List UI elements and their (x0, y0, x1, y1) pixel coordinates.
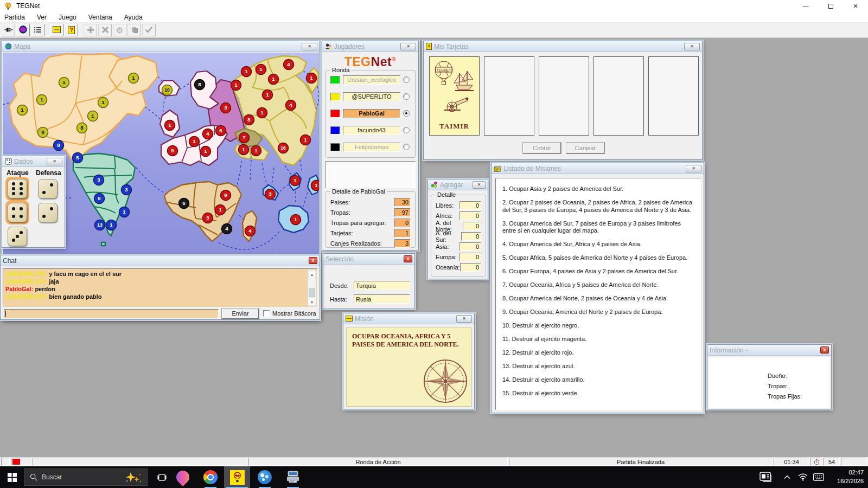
start-button[interactable] (0, 466, 24, 488)
tray-chevron-icon[interactable] (780, 466, 794, 488)
territory-marker-red[interactable]: 1 (189, 137, 200, 147)
territory-marker-red[interactable]: 1 (269, 74, 279, 85)
jugadores-close-button[interactable]: ✕ (400, 43, 416, 50)
chat-close-button[interactable]: x (309, 257, 317, 264)
scroll-thumb[interactable] (309, 288, 315, 297)
mision-titlebar[interactable]: Misión ✕ (343, 313, 474, 324)
toolbar-add-button[interactable] (84, 24, 97, 36)
player-turn-radio[interactable] (403, 127, 410, 133)
menu-item-ayuda[interactable]: Ayuda (124, 14, 143, 21)
territory-marker-red[interactable]: 1 (290, 176, 301, 186)
territory-marker-red[interactable]: 1 (263, 90, 273, 100)
taskbar-app-chrome[interactable] (197, 466, 224, 488)
taskbar-app-paint[interactable] (170, 466, 196, 488)
mapa-titlebar[interactable]: Mapa ✕ (2, 41, 320, 52)
territory-marker-red[interactable]: 8 (244, 115, 254, 125)
chat-scrollbar[interactable]: ▲ ▼ (308, 269, 316, 306)
territory-marker-yellow[interactable]: 1 (37, 95, 47, 105)
territory-marker-red[interactable]: 1 (291, 215, 301, 225)
territory-marker-black[interactable]: 8 (195, 80, 205, 90)
territory-marker-red[interactable]: 1 (256, 65, 266, 75)
scroll-up-icon[interactable]: ▲ (308, 270, 316, 278)
territory-marker-red[interactable]: 4 (284, 60, 294, 70)
player-turn-radio[interactable] (403, 144, 410, 150)
player-turn-radio[interactable] (403, 93, 410, 100)
territory-marker-red[interactable]: 1 (201, 146, 211, 157)
toolbar-card-button[interactable] (50, 24, 63, 36)
territory-marker-red[interactable]: 1 (311, 181, 320, 191)
territory-marker-red[interactable]: 16 (278, 143, 289, 153)
taskbar-search[interactable]: Buscar (24, 468, 148, 486)
scroll-down-icon[interactable]: ▼ (308, 298, 316, 306)
territory-marker-yellow[interactable]: 8 (38, 127, 48, 138)
misiones-close-button[interactable]: ✕ (686, 165, 701, 172)
territory-marker-red[interactable]: 1 (239, 145, 249, 155)
agregar-close-button[interactable]: ✕ (473, 181, 486, 189)
territory-marker-blue[interactable]: 8 (54, 140, 64, 151)
tarjeta-empty-slot[interactable] (648, 56, 699, 136)
territory-marker-blue[interactable]: 1 (106, 220, 117, 230)
mision-close-button[interactable]: ✕ (456, 315, 472, 323)
taskbar-clock[interactable]: 02:47 16/2/2026 (820, 468, 864, 485)
player-turn-radio[interactable] (403, 76, 410, 83)
jugadores-titlebar[interactable]: Jugadores ✕ (322, 41, 418, 52)
canjear-button[interactable]: Canjear (566, 143, 604, 153)
territory-marker-blue[interactable]: 6 (94, 194, 105, 204)
wifi-tray-icon[interactable] (795, 466, 810, 488)
toolbar-confirm-button[interactable] (142, 24, 156, 36)
territory-marker-yellow[interactable]: 1 (17, 105, 28, 115)
chat-input[interactable] (4, 309, 219, 318)
informacion-titlebar[interactable]: Información - x (707, 345, 831, 356)
toolbar-card-help-button[interactable]: ? (65, 24, 78, 36)
dados-close-button[interactable]: ✕ (47, 158, 62, 165)
tarjetas-close-button[interactable]: ✕ (684, 43, 700, 50)
toolbar-connect-button[interactable] (2, 24, 15, 36)
seleccion-close-button[interactable]: x (404, 255, 412, 262)
territory-marker-red[interactable]: 3 (221, 103, 231, 113)
toolbar-delete-button[interactable] (98, 24, 112, 36)
minimize-button[interactable]: — (793, 0, 818, 12)
territory-marker-yellow[interactable]: 1 (88, 111, 98, 121)
territory-marker-red[interactable]: 4 (286, 100, 296, 111)
taskbar-app-printer[interactable] (280, 466, 306, 488)
toolbar-settings-button[interactable]: ⚙ (113, 24, 126, 36)
territory-marker-blue[interactable]: 13 (95, 220, 105, 230)
seleccion-titlebar[interactable]: Selección x (323, 254, 414, 265)
toolbar-copy-button[interactable] (127, 24, 141, 36)
territory-marker-yellow[interactable]: 1 (98, 98, 108, 108)
territory-marker-red[interactable]: 9 (221, 190, 231, 201)
toolbar-list-button[interactable] (31, 24, 44, 36)
territory-marker-blue[interactable]: 5 (73, 153, 83, 163)
misiones-list[interactable]: 1. Ocupar Asia y 2 paises de America del… (495, 178, 701, 410)
agregar-titlebar[interactable]: Agregar ✕ (428, 179, 488, 190)
territory-marker-red[interactable]: 1 (307, 73, 317, 84)
bitacora-checkbox[interactable] (263, 310, 270, 317)
menu-item-partida[interactable]: Partida (4, 14, 25, 21)
territory-marker-blue[interactable]: 3 (94, 175, 104, 185)
tarjeta-empty-slot[interactable] (484, 56, 534, 136)
territory-marker-yellow[interactable]: 10 (162, 85, 173, 95)
territory-marker-red[interactable]: 6 (216, 126, 226, 136)
toolbar-globe-button[interactable] (16, 24, 30, 36)
territory-marker-red[interactable]: 1 (251, 146, 261, 156)
widgets-tray-icon[interactable] (754, 466, 778, 488)
territory-marker-yellow[interactable]: 1 (129, 73, 139, 84)
territory-marker-red[interactable]: 1 (257, 108, 267, 118)
desde-field[interactable]: Turquia (354, 281, 410, 290)
mapa-close-button[interactable]: ✕ (302, 43, 317, 50)
territory-marker-yellow[interactable]: 8 (77, 123, 87, 133)
main-titlebar[interactable]: TEGNet — ✕ (0, 0, 868, 12)
tarjeta-empty-slot[interactable] (593, 56, 644, 136)
territory-marker-black[interactable]: 4 (222, 224, 232, 234)
territory-marker-red[interactable]: 1 (165, 120, 175, 131)
enviar-button[interactable]: Enviar (222, 309, 259, 319)
taskbar-app-tegnet[interactable]: TEG (224, 466, 250, 488)
player-turn-radio[interactable] (403, 110, 410, 117)
chat-log[interactable]: @SUPERLITO: y facu m cago en el el sur@S… (3, 268, 318, 307)
close-button[interactable]: ✕ (843, 0, 868, 12)
territory-marker-red[interactable]: 3 (265, 189, 276, 200)
hasta-field[interactable]: Rusia (354, 294, 410, 304)
territory-marker-red[interactable]: 3 (203, 213, 213, 223)
menu-item-ver[interactable]: Ver (37, 14, 47, 21)
tarjeta-empty-slot[interactable] (539, 56, 589, 136)
